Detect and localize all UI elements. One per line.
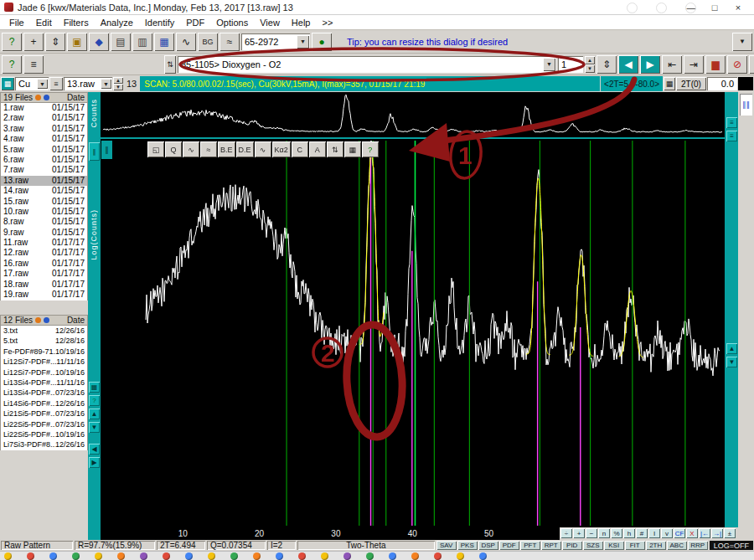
save-button[interactable]: ◆: [89, 33, 109, 51]
file-row-18-raw[interactable]: 18.raw01/17/17: [1, 280, 87, 290]
taskbar-icon-21[interactable]: [479, 552, 487, 560]
mode-2th[interactable]: 2TH: [646, 541, 666, 550]
combo-dropdown-arrow-icon[interactable]: ▼: [543, 58, 555, 71]
mode-szs[interactable]: SZS: [583, 541, 603, 550]
file-combo[interactable]: 13.raw ▼: [64, 77, 112, 90]
chart-fit-button[interactable]: ∿: [255, 141, 271, 157]
close-button[interactable]: ×: [726, 3, 750, 13]
theta-offset-value[interactable]: 0.0: [707, 77, 737, 90]
taskbar-icon-2[interactable]: [49, 552, 57, 560]
axis-button-8[interactable]: v: [661, 528, 673, 538]
range-grid-button[interactable]: ▦: [664, 77, 675, 90]
axis-button-2[interactable]: −: [586, 528, 597, 538]
mode-ksi[interactable]: KSI: [604, 541, 624, 550]
chart-expand-button[interactable]: ◱: [147, 141, 164, 157]
file-row-fe-pdf-89-71[interactable]: Fe-PDF#89-71...10/19/16: [1, 347, 87, 357]
gutter-right-button[interactable]: ▶: [89, 457, 100, 468]
taskbar-icon-1[interactable]: [27, 552, 34, 560]
menu-edit[interactable]: Edit: [30, 17, 58, 28]
file-row-li13si4-pdf[interactable]: Li13Si4-PDF#...07/23/16: [1, 388, 87, 398]
chart-toolbar-handle[interactable]: ∥: [101, 141, 112, 159]
go-retrieve-button[interactable]: ●: [312, 33, 332, 51]
axis-button-1[interactable]: +: [573, 528, 585, 538]
gutter-help-button[interactable]: ?: [89, 395, 100, 406]
sort-blue-icon[interactable]: [44, 95, 49, 100]
file-row-5-txt[interactable]: 5.txt12/28/16: [1, 336, 87, 346]
axis-button-0[interactable]: ÷: [560, 528, 572, 538]
combo-dropdown-arrow-icon[interactable]: ▼: [37, 79, 48, 89]
axis-button-4[interactable]: %: [611, 528, 622, 538]
combo-dropdown-arrow-icon[interactable]: ▼: [101, 79, 111, 89]
mode-rpt[interactable]: RPT: [541, 541, 561, 550]
help-button[interactable]: ?: [2, 33, 22, 51]
file-row-li14si6-pdf[interactable]: Li14Si6-PDF#...12/26/16: [1, 398, 87, 408]
sort-blue-icon[interactable]: [44, 317, 49, 323]
mode-abc[interactable]: ABC: [667, 541, 687, 550]
menu-analyze[interactable]: Analyze: [95, 17, 139, 28]
taskbar-icon-3[interactable]: [72, 552, 80, 560]
taskbar-icon-17[interactable]: [389, 552, 396, 560]
file-row-li12si7-pdf[interactable]: Li12Si7-PDF#...11/11/16: [1, 357, 87, 367]
smooth-button[interactable]: ≈: [219, 33, 240, 51]
log-toggle[interactable]: LOG=OFF: [710, 541, 753, 550]
taskbar-icon-15[interactable]: [343, 552, 351, 560]
chart-be-button[interactable]: B.E: [218, 141, 235, 157]
menu-view[interactable]: View: [254, 17, 286, 28]
pdf-number-combo[interactable]: 65-2972 ▼: [241, 33, 310, 50]
phase-help-button[interactable]: ?: [749, 55, 754, 74]
taskbar-icon-6[interactable]: [140, 552, 147, 560]
overview-chart-canvas[interactable]: [101, 92, 725, 137]
sort-orange-icon[interactable]: [35, 95, 41, 100]
file-row-li12si7-pdf[interactable]: Li12Si7-PDF#...10/19/16: [1, 367, 87, 378]
mode-pft[interactable]: PFT: [520, 541, 540, 550]
axis-button-7[interactable]: I: [648, 528, 660, 538]
axis-button-6[interactable]: #: [636, 528, 648, 538]
file-row-li22si5-pdf[interactable]: Li22Si5-PDF#...07/23/16: [1, 419, 87, 429]
file-row-5-raw[interactable]: 5.raw01/15/17: [1, 145, 87, 155]
chart-profile-button[interactable]: ≈: [200, 141, 217, 157]
chart-help-button[interactable]: ?: [362, 141, 379, 157]
file-row-10-raw[interactable]: 10.raw01/15/17: [1, 207, 87, 217]
file-row-15-raw[interactable]: 15.raw01/15/17: [1, 197, 87, 207]
anode-combo[interactable]: Cu ▼: [15, 77, 49, 90]
taskbar-icon-4[interactable]: [95, 552, 102, 560]
gutter-down-button[interactable]: ▼: [89, 422, 100, 433]
axis-button-11[interactable]: |←: [699, 528, 710, 538]
file-row-16-raw[interactable]: 16.raw01/17/17: [1, 259, 87, 269]
date-column-header[interactable]: Date: [67, 93, 85, 102]
gutter-left-button[interactable]: ◀: [89, 444, 100, 455]
file-row-2-raw[interactable]: 2.raw01/15/17: [1, 113, 87, 123]
mode-pid[interactable]: PID: [562, 541, 582, 550]
file-row-9-raw[interactable]: 9.raw01/15/17: [1, 228, 87, 238]
strip-up-button[interactable]: ▲: [726, 343, 737, 354]
file-row-li13si4-pdf[interactable]: Li13Si4-PDF#...11/11/16: [1, 378, 87, 388]
taskbar-icon-8[interactable]: [185, 552, 193, 560]
phase-graph-button[interactable]: ▆: [705, 55, 726, 74]
phase-spinner-value[interactable]: 1: [558, 56, 583, 73]
mode-pdf[interactable]: PDF: [499, 541, 519, 550]
file-row-7-raw[interactable]: 7.raw01/15/17: [1, 165, 87, 175]
peak-profile-button[interactable]: ∿: [176, 33, 196, 51]
mode-pks[interactable]: PKS: [457, 541, 478, 550]
spinner-up-icon[interactable]: ▲: [113, 77, 123, 84]
axis-button-9[interactable]: CF: [674, 528, 685, 538]
pdf-files-header[interactable]: 12 Files Date: [0, 315, 88, 326]
file-row-19-raw[interactable]: 19.raw01/17/17: [1, 290, 87, 300]
axis-button-13[interactable]: ±: [724, 528, 736, 538]
taskbar-icon-9[interactable]: [208, 552, 215, 560]
file-row-3-txt[interactable]: 3.txt12/26/16: [1, 326, 87, 336]
next-phase-button[interactable]: ▶: [640, 55, 660, 74]
file-row-14-raw[interactable]: 14.raw01/15/17: [1, 186, 87, 196]
file-row-11-raw[interactable]: 11.raw01/17/17: [1, 238, 87, 248]
scan-list-button[interactable]: ≡: [49, 77, 63, 90]
taskbar-icon-16[interactable]: [366, 552, 374, 560]
maximize-button[interactable]: □: [703, 3, 726, 13]
phase-list-button[interactable]: ≡: [23, 55, 44, 74]
toolbar-scroll-down-button[interactable]: ▼: [732, 33, 752, 51]
phase-help-left-button[interactable]: ?: [2, 55, 22, 74]
file-row-3-raw[interactable]: 3.raw01/15/17: [1, 124, 87, 134]
strip-list-button[interactable]: ≡: [726, 117, 737, 128]
prev-phase-button[interactable]: ◀: [618, 55, 638, 74]
taskbar-icon-19[interactable]: [434, 552, 442, 560]
gutter-up-button[interactable]: ▲: [89, 408, 100, 419]
